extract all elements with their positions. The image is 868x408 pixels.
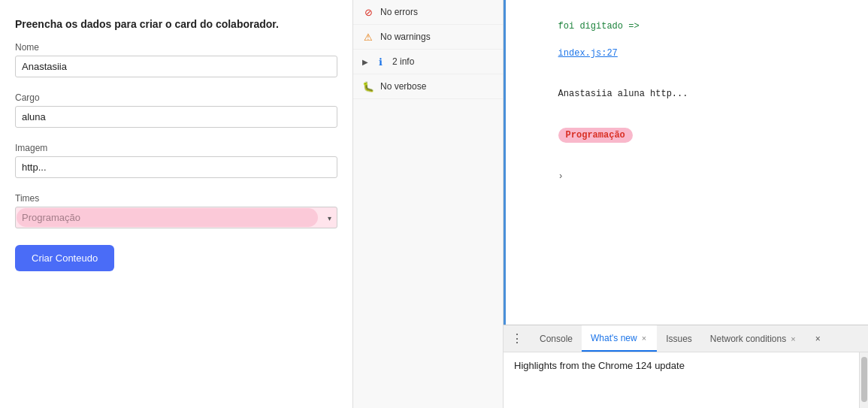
verbose-icon: 🐛: [362, 80, 374, 92]
filter-row-errors[interactable]: ⊘ No errors: [353, 0, 503, 25]
filter-row-info[interactable]: ▶ ℹ 2 info: [353, 50, 503, 74]
form-heading: Preencha os dados para criar o card do c…: [15, 18, 337, 30]
tab-whats-new[interactable]: What's new ×: [582, 325, 657, 352]
warning-icon: ⚠: [362, 31, 374, 43]
tab-network-conditions-label: Network conditions: [710, 334, 786, 344]
input-nome[interactable]: [15, 56, 337, 77]
code-link[interactable]: index.js:27: [558, 48, 618, 59]
highlights-text: Highlights from the Chrome 124 update: [514, 360, 685, 371]
criar-button[interactable]: Criar Conteudo: [15, 245, 114, 271]
tab-network-conditions[interactable]: Network conditions ×: [701, 325, 806, 352]
filter-label-errors: No errors: [380, 7, 418, 17]
filter-row-warnings[interactable]: ⚠ No warnings: [353, 25, 503, 50]
label-nome: Nome: [15, 42, 337, 53]
bottom-content-text: Highlights from the Chrome 124 update: [504, 352, 859, 408]
close-all-icon: ×: [815, 334, 821, 344]
tab-issues-label: Issues: [666, 334, 692, 344]
tab-menu-dots[interactable]: ⋮: [504, 325, 531, 352]
tab-close-all[interactable]: ×: [806, 325, 830, 352]
field-group-cargo: Cargo: [15, 92, 337, 138]
label-cargo: Cargo: [15, 92, 337, 103]
input-cargo[interactable]: [15, 106, 337, 128]
code-arrow: ›: [558, 171, 564, 182]
info-icon: ℹ: [374, 56, 386, 68]
filter-label-warnings: No warnings: [380, 32, 431, 42]
code-text-normal: Anastasiia aluna http...: [558, 89, 688, 99]
filter-label-info: 2 info: [392, 56, 414, 67]
error-icon: ⊘: [362, 6, 374, 18]
expand-arrow-icon: ▶: [362, 58, 368, 66]
left-panel: Preencha os dados para criar o card do c…: [0, 0, 353, 408]
field-group-imagem: Imagem: [15, 143, 337, 189]
field-group-times: Times Programação Design Backend Fronten…: [15, 193, 337, 228]
select-wrapper-times: Programação Design Backend Frontend ▾: [15, 207, 337, 228]
tab-network-conditions-close[interactable]: ×: [789, 334, 797, 343]
tab-whats-new-close[interactable]: ×: [640, 334, 648, 343]
tab-issues[interactable]: Issues: [657, 325, 701, 352]
main-area: Preencha os dados para criar o card do c…: [0, 0, 868, 408]
scrollbar-track[interactable]: [859, 352, 868, 408]
select-times[interactable]: Programação Design Backend Frontend: [15, 207, 337, 228]
devtools-filter-panel: ⊘ No errors ⚠ No warnings ▶ ℹ 2 info 🐛 N…: [353, 0, 504, 408]
code-line-2: Anastasiia aluna http...: [515, 74, 859, 114]
code-line-4: ›: [515, 156, 859, 197]
code-text-green: foi digitado =>: [558, 21, 640, 32]
devtools-code-panel: foi digitado => index.js:27 Anastasiia a…: [504, 0, 868, 408]
devtools-tab-bar: ⋮ Console What's new × Issues Network co…: [504, 325, 868, 352]
label-imagem: Imagem: [15, 143, 337, 153]
label-times: Times: [15, 193, 337, 204]
scrollbar-thumb[interactable]: [861, 357, 867, 402]
tab-whats-new-label: What's new: [591, 333, 637, 343]
tab-console[interactable]: Console: [531, 325, 582, 352]
input-imagem[interactable]: [15, 156, 337, 178]
field-group-nome: Nome: [15, 42, 337, 88]
code-line-1: foi digitado => index.js:27: [515, 6, 859, 74]
filter-label-verbose: No verbose: [380, 81, 426, 92]
filter-row-verbose[interactable]: 🐛 No verbose: [353, 74, 503, 99]
tab-console-label: Console: [540, 334, 573, 344]
bottom-content-area: Highlights from the Chrome 124 update: [504, 352, 868, 408]
code-text-highlight: Programação: [558, 128, 633, 143]
code-area: foi digitado => index.js:27 Anastasiia a…: [504, 0, 868, 325]
code-line-3: Programação: [515, 114, 859, 156]
